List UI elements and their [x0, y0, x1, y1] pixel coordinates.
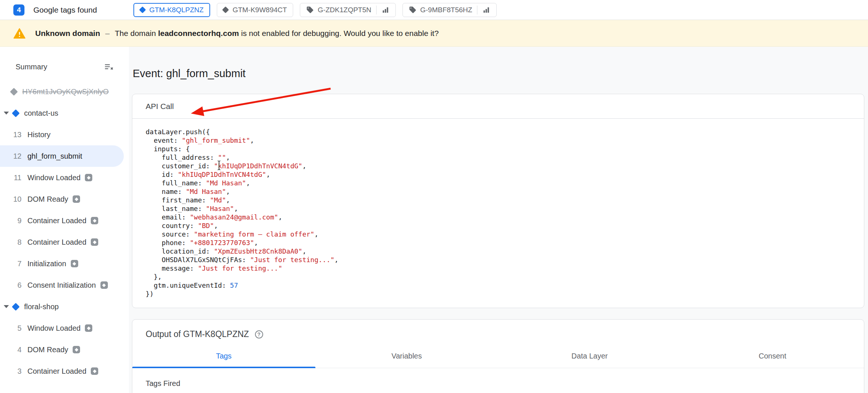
output-header: Output of GTM-K8QLPZNZ ?: [132, 320, 864, 348]
chevron-down-icon[interactable]: [4, 112, 9, 115]
gtm-container-badge-icon: [85, 324, 92, 332]
gtm-container-badge-icon: [91, 238, 98, 246]
tags-count-badge: 4: [13, 4, 24, 16]
code-token-plain: full_address:: [146, 153, 218, 161]
tag-chip-gtm-k8qlpznz[interactable]: GTM-K8QLPZNZ: [133, 3, 211, 17]
code-token-plain: ,: [234, 205, 238, 212]
code-line: last_name: "Hasan",: [146, 204, 851, 213]
sidebar-event-dom-ready[interactable]: 10DOM Ready: [0, 188, 129, 210]
event-label: DOM Ready: [27, 195, 68, 204]
code-token-plain: ,: [254, 239, 258, 247]
sidebar-event-window-loaded[interactable]: 5Window Loaded: [0, 317, 129, 339]
event-number: 7: [11, 260, 21, 268]
help-circle-icon[interactable]: ?: [255, 330, 263, 338]
code-token-number: 57: [230, 281, 238, 289]
sidebar-container-contact-us[interactable]: contact-us: [0, 102, 129, 124]
tab-data-layer[interactable]: Data Layer: [498, 348, 681, 368]
code-token-plain: },: [146, 273, 162, 281]
code-token-string: "khIUqDP1DdhTnVCN4tdG": [214, 162, 302, 170]
code-token-string: "": [218, 153, 226, 161]
sidebar-item-stricken-hy6mt1jvoykqwsjxnlyo[interactable]: HY6mt1JvOyKQwSjXnlyO: [0, 81, 129, 102]
code-line: source: "marketing form — claim offer",: [146, 230, 851, 238]
code-token-string: "BD": [198, 222, 214, 229]
code-token-plain: last_name:: [146, 205, 206, 212]
code-token-plain: country:: [146, 222, 198, 229]
code-token-plain: message:: [146, 264, 198, 272]
sidebar-event-ghl-form-submit[interactable]: 12ghl_form_submit: [0, 145, 124, 167]
code-token-string: "Md Hasan": [186, 188, 226, 195]
datalayer-code-block: dataLayer.push({ event: "ghl_form_submit…: [132, 119, 864, 308]
tag-chip-g-9mbf8t56hz[interactable]: G-9MBF8T56HZ: [402, 3, 497, 17]
gtm-container-badge-icon: [71, 260, 78, 267]
chevron-down-icon[interactable]: [4, 305, 9, 308]
gtm-container-badge-icon: [100, 281, 108, 289]
sidebar-event-consent-initialization[interactable]: 6Consent Initialization: [0, 274, 129, 296]
event-number: 11: [11, 174, 21, 182]
gtm-diamond-icon: [139, 6, 146, 13]
sidebar-stricken-label: HY6mt1JvOyKQwSjXnlyO: [22, 87, 109, 96]
code-token-plain: ,: [278, 213, 282, 221]
code-token-plain: OHSDAlX7LGxSNQtCjFAs:: [146, 256, 250, 264]
sidebar-event-initialization[interactable]: 7Initialization: [0, 253, 129, 274]
sidebar-event-window-loaded[interactable]: 11Window Loaded: [0, 167, 129, 188]
code-token-string: "Md": [210, 196, 226, 204]
tag-chip-label: G-ZDK1ZQPT5N: [318, 6, 371, 14]
sidebar-event-history[interactable]: 13History: [0, 124, 129, 145]
banner-message: The domain leadconnectorhq.com is not en…: [115, 29, 439, 38]
tag-chips: GTM-K8QLPZNZGTM-K9W894CTG-ZDK1ZQPT5NG-9M…: [133, 3, 497, 17]
code-token-plain: inputs: {: [146, 145, 190, 153]
code-token-string: "Md Hasan": [206, 179, 246, 187]
clear-list-icon[interactable]: [104, 62, 113, 72]
event-label: History: [27, 131, 50, 139]
google-tag-icon: [306, 6, 314, 14]
event-number: 9: [11, 217, 21, 225]
event-label: Container Loaded: [27, 238, 86, 247]
event-number: 3: [11, 367, 21, 376]
tag-chip-gtm-k9w894ct[interactable]: GTM-K9W894CT: [217, 3, 293, 17]
code-token-string: "khIUqDP1DdhTnVCN4tdG": [178, 171, 266, 178]
code-token-plain: ,: [226, 188, 230, 195]
sidebar-event-container-loaded[interactable]: 8Container Loaded: [0, 231, 129, 253]
gtm-container-badge-icon: [91, 217, 98, 224]
signal-bars-icon: [482, 6, 490, 14]
unknown-domain-banner: Unknown domain – The domain leadconnecto…: [0, 20, 868, 47]
content-row: Summary HY6mt1JvOyKQwSjXnlyOcontact-us13…: [0, 47, 868, 393]
code-line: },: [146, 273, 851, 281]
tags-found-title: Google tags found: [33, 6, 97, 14]
code-token-plain: ,: [302, 162, 307, 170]
api-call-card: API Call dataLayer.push({ event: "ghl_fo…: [132, 94, 864, 308]
code-token-string: "Just for testing...": [250, 256, 335, 264]
tag-chip-label: GTM-K9W894CT: [232, 6, 287, 14]
sidebar-item-summary[interactable]: Summary: [0, 57, 129, 76]
tag-chip-g-zdk1zqpt5n[interactable]: G-ZDK1ZQPT5N: [300, 3, 396, 17]
sidebar-container-floral-shop[interactable]: floral-shop: [0, 296, 129, 317]
event-label: Consent Initialization: [27, 281, 96, 290]
tab-tags[interactable]: Tags: [132, 348, 315, 368]
code-line: dataLayer.push({: [146, 128, 851, 136]
code-token-string: "Hasan": [206, 205, 234, 212]
banner-message-suffix: is not enabled for debugging. Would you …: [239, 29, 439, 37]
code-token-plain: customer_id:: [146, 162, 214, 170]
event-number: 8: [11, 238, 21, 247]
code-line: email: "webhasan24@gmail.com",: [146, 213, 851, 221]
code-token-plain: id:: [146, 171, 178, 178]
main-panel: Event: ghl_form_submit API Call dataLaye…: [129, 47, 868, 393]
code-token-plain: phone:: [146, 239, 190, 247]
code-line: message: "Just for testing...": [146, 264, 851, 273]
sidebar-event-container-loaded[interactable]: 9Container Loaded: [0, 210, 129, 231]
tab-variables[interactable]: Variables: [315, 348, 498, 368]
code-token-plain: location_id:: [146, 247, 214, 255]
sidebar-event-dom-ready[interactable]: 4DOM Ready: [0, 339, 129, 360]
event-title: Event: ghl_form_submit: [133, 67, 864, 80]
code-token-plain: }): [146, 290, 154, 298]
banner-title: Unknown domain: [35, 29, 100, 38]
tab-consent[interactable]: Consent: [681, 348, 864, 368]
code-line: full_address: "",: [146, 153, 851, 162]
code-line: OHSDAlX7LGxSNQtCjFAs: "Just for testing.…: [146, 255, 851, 264]
code-token-plain: ,: [214, 222, 218, 229]
top-bar: 4 Google tags found GTM-K8QLPZNZGTM-K9W8…: [0, 0, 868, 20]
event-label: Container Loaded: [27, 367, 86, 376]
event-number: 10: [11, 195, 21, 204]
sidebar-event-container-loaded[interactable]: 3Container Loaded: [0, 360, 129, 382]
banner-domain: leadconnectorhq.com: [158, 29, 239, 37]
